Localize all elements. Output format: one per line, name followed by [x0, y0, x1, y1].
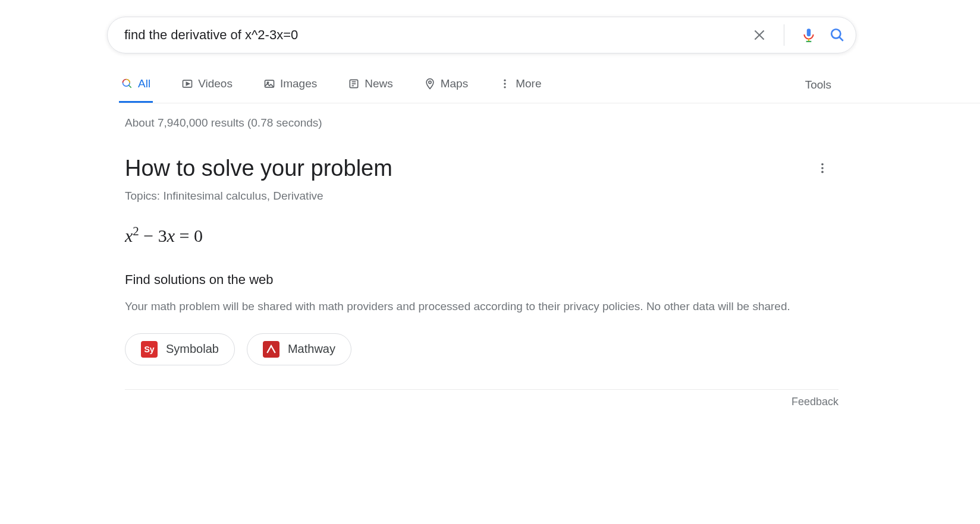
- tab-news[interactable]: News: [345, 77, 395, 103]
- tab-all-label: All: [138, 77, 150, 90]
- tab-images[interactable]: Images: [261, 77, 319, 103]
- search-tabs: All Videos Images News Maps More Tools: [119, 77, 980, 103]
- search-icon[interactable]: [830, 27, 845, 43]
- more-options-icon[interactable]: [812, 158, 833, 181]
- svg-line-8: [129, 86, 131, 88]
- svg-point-18: [504, 80, 506, 81]
- svg-point-20: [504, 86, 506, 88]
- find-solutions-heading: Find solutions on the web: [125, 272, 838, 288]
- tab-more-label: More: [516, 77, 541, 90]
- tab-videos-label: Videos: [198, 77, 233, 90]
- provider-symbolab[interactable]: Sy Symbolab: [125, 333, 235, 365]
- provider-row: Sy Symbolab Mathway: [125, 333, 838, 365]
- svg-point-5: [831, 29, 840, 38]
- clear-icon[interactable]: [752, 27, 767, 43]
- tab-maps[interactable]: Maps: [422, 77, 470, 103]
- feedback-row: Feedback: [125, 389, 838, 408]
- tab-more[interactable]: More: [497, 77, 544, 103]
- search-actions: [752, 24, 845, 46]
- search-input[interactable]: [124, 27, 752, 43]
- svg-line-6: [839, 37, 843, 41]
- provider-mathway[interactable]: Mathway: [247, 333, 351, 365]
- voice-search-icon[interactable]: [801, 26, 816, 44]
- provider-symbolab-label: Symbolab: [166, 342, 219, 356]
- svg-point-23: [821, 171, 824, 173]
- divider: [784, 24, 784, 46]
- share-disclaimer: Your math problem will be shared with ma…: [125, 298, 833, 315]
- svg-marker-10: [186, 83, 189, 86]
- tools-button[interactable]: Tools: [805, 78, 831, 102]
- math-solve-block: How to solve your problem Topics: Infini…: [125, 156, 838, 365]
- tab-maps-label: Maps: [441, 77, 468, 90]
- svg-point-21: [821, 163, 824, 166]
- svg-point-19: [504, 83, 506, 84]
- tab-videos[interactable]: Videos: [179, 77, 235, 103]
- search-bar: [107, 17, 856, 53]
- equation-display: x2 − 3x = 0: [125, 224, 838, 246]
- svg-point-17: [429, 81, 431, 83]
- provider-mathway-label: Mathway: [288, 342, 335, 356]
- search-bar-container: [0, 0, 980, 53]
- feedback-link[interactable]: Feedback: [791, 396, 838, 408]
- solve-topics: Topics: Infinitesimal calculus, Derivati…: [125, 190, 838, 203]
- mathway-icon: [263, 341, 279, 358]
- tab-images-label: Images: [280, 77, 317, 90]
- tab-all[interactable]: All: [119, 77, 153, 103]
- solve-title: How to solve your problem: [125, 156, 838, 181]
- symbolab-icon: Sy: [141, 341, 158, 358]
- svg-point-22: [821, 167, 824, 169]
- svg-rect-2: [807, 29, 811, 36]
- tab-news-label: News: [365, 77, 393, 90]
- result-stats: About 7,940,000 results (0.78 seconds): [125, 116, 980, 130]
